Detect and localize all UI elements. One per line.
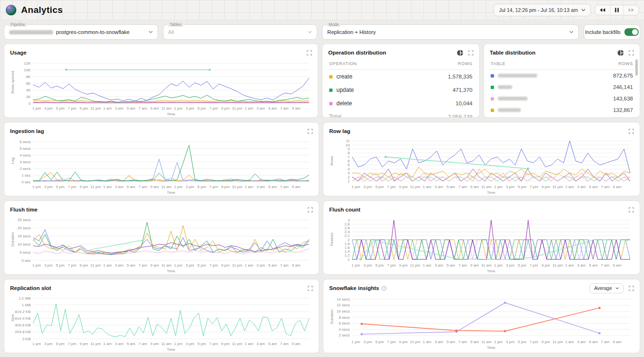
date-range-picker[interactable]: Jul 14, 12:26 pm - Jul 16, 10:13 am (494, 4, 591, 16)
svg-text:1 am: 1 am (423, 185, 431, 189)
operation-row[interactable]: delete10,044 (328, 97, 473, 110)
pie-chart-toggle-button[interactable] (457, 50, 463, 56)
svg-text:Size: Size (11, 314, 15, 322)
svg-text:5 am: 5 am (127, 342, 136, 346)
svg-text:9 am: 9 am (471, 340, 479, 344)
aggregate-select[interactable]: Average (589, 283, 624, 293)
svg-text:5 secs: 5 secs (20, 146, 31, 151)
table-row[interactable]: 246,141 (490, 81, 634, 93)
svg-text:9: 9 (348, 147, 350, 151)
svg-text:3 am: 3 am (256, 342, 265, 346)
svg-text:9 am: 9 am (471, 263, 479, 268)
usage-chart[interactable]: 02K4K6K8K10K12K1 pm3 pm5 pm7 pm9 pm11 pm… (10, 58, 313, 117)
pie-chart-icon (618, 50, 624, 56)
operation-row[interactable]: update471,370 (328, 83, 473, 97)
include-backfills-toggle[interactable] (624, 28, 639, 36)
svg-text:6: 6 (348, 159, 350, 163)
svg-text:5 am: 5 am (127, 185, 136, 189)
expand-button[interactable] (308, 129, 313, 134)
pipeline-select[interactable]: Pipeline postgres-common-to-snowflake (4, 24, 158, 40)
expand-button[interactable] (308, 286, 313, 291)
table-row[interactable]: 132,867 (490, 104, 634, 116)
snowflake-insights-chart[interactable]: 2 secs4 secs6 secs8 secs10 secs12 secs14… (329, 294, 634, 350)
svg-text:3 am: 3 am (577, 340, 586, 344)
mode-select[interactable]: Mode Replication + History (322, 24, 579, 40)
svg-text:9 am: 9 am (471, 185, 479, 189)
svg-text:1 am: 1 am (423, 263, 431, 268)
row-lag-chart[interactable]: 12345678910111 pm3 pm5 pm7 pm9 pm11 pm1 … (329, 137, 634, 195)
fast-forward-icon (628, 8, 634, 12)
rewind-button[interactable] (595, 5, 610, 15)
table-row[interactable]: 143,638 (490, 93, 634, 104)
svg-text:5 am: 5 am (127, 106, 136, 111)
expand-icon (308, 207, 313, 212)
pause-button[interactable] (610, 5, 623, 15)
svg-text:7 am: 7 am (138, 185, 147, 189)
help-icon[interactable]: ? (381, 286, 387, 291)
svg-text:0 sec: 0 sec (22, 258, 31, 263)
svg-text:5 pm: 5 pm (56, 342, 65, 346)
column-header-rows: ROWS (619, 61, 633, 66)
expand-button[interactable] (629, 129, 634, 134)
flush-time-chart[interactable]: 0 sec5 secs10 secs15 secs20 secs25 secs1… (10, 215, 313, 274)
flush-count-chart[interactable]: 11.21.41.61.822.22.42.62.831 pm3 pm5 pm7… (329, 215, 634, 274)
svg-text:6K: 6K (26, 81, 31, 86)
svg-text:5 am: 5 am (589, 185, 598, 189)
svg-text:5 am: 5 am (268, 106, 277, 111)
replication-slot-chart[interactable]: 0 KB204.8 KB409.6 KB614.4 KB819.2 KB1 MB… (10, 294, 313, 352)
svg-text:4: 4 (348, 167, 350, 171)
svg-text:1 pm: 1 pm (33, 263, 41, 268)
fast-forward-button[interactable] (623, 5, 639, 15)
card-title: Operation distribution (328, 50, 386, 56)
svg-text:3 am: 3 am (577, 263, 586, 268)
expand-button[interactable] (629, 286, 634, 291)
expand-button[interactable] (629, 50, 634, 56)
expand-button[interactable] (629, 207, 634, 212)
svg-text:5 pm: 5 pm (518, 340, 527, 344)
svg-text:1.2: 1.2 (345, 253, 350, 257)
svg-text:7 am: 7 am (280, 342, 288, 346)
expand-icon (629, 207, 634, 212)
svg-text:11 pm: 11 pm (410, 185, 421, 189)
svg-text:3 pm: 3 pm (363, 185, 372, 189)
expand-button[interactable] (468, 50, 473, 56)
svg-text:4K: 4K (26, 88, 31, 92)
svg-text:14 secs: 14 secs (336, 297, 350, 301)
svg-text:7 pm: 7 pm (68, 342, 76, 346)
svg-text:1 pm: 1 pm (33, 106, 41, 111)
svg-text:12K: 12K (24, 61, 31, 66)
pie-chart-toggle-button[interactable] (618, 50, 624, 56)
expand-icon (308, 129, 313, 134)
replication-slot-card: Replication slot 0 KB204.8 KB409.6 KB614… (4, 279, 319, 353)
svg-text:7 pm: 7 pm (68, 185, 76, 189)
svg-text:9 am: 9 am (292, 263, 300, 268)
redacted-table-name (498, 85, 512, 89)
ingestion-lag-chart[interactable]: 0 sec1 sec2 secs3 secs4 secs5 secs6 secs… (10, 137, 313, 195)
series-color-swatch (329, 75, 333, 78)
expand-button[interactable] (308, 207, 313, 212)
expand-icon (629, 50, 634, 56)
svg-text:11 pm: 11 pm (410, 263, 421, 268)
scrollbar-thumb[interactable] (635, 59, 638, 76)
svg-text:7: 7 (348, 155, 350, 159)
expand-button[interactable] (307, 50, 312, 56)
svg-text:Rows: Rows (330, 156, 334, 166)
filter-bar: Pipeline postgres-common-to-snowflake Ta… (0, 20, 644, 42)
operation-row[interactable]: create1,578,335 (328, 70, 473, 83)
tables-select[interactable]: Tables All (163, 24, 317, 40)
table-row[interactable]: 872,675 (490, 70, 634, 81)
svg-text:1 pm: 1 pm (494, 263, 503, 268)
svg-text:7 am: 7 am (138, 106, 147, 111)
svg-text:3 pm: 3 pm (506, 263, 515, 268)
svg-text:7 am: 7 am (138, 342, 147, 346)
svg-text:5 am: 5 am (589, 340, 598, 344)
svg-text:11: 11 (346, 139, 350, 143)
svg-text:1.6: 1.6 (345, 245, 350, 250)
svg-text:9 am: 9 am (150, 342, 159, 346)
svg-text:7 am: 7 am (280, 185, 288, 189)
svg-text:7 pm: 7 pm (209, 342, 218, 346)
table-row[interactable]: 84,567 (490, 116, 634, 118)
svg-text:Time: Time (487, 190, 495, 195)
svg-text:5 am: 5 am (268, 263, 277, 268)
svg-text:1 am: 1 am (103, 263, 112, 268)
